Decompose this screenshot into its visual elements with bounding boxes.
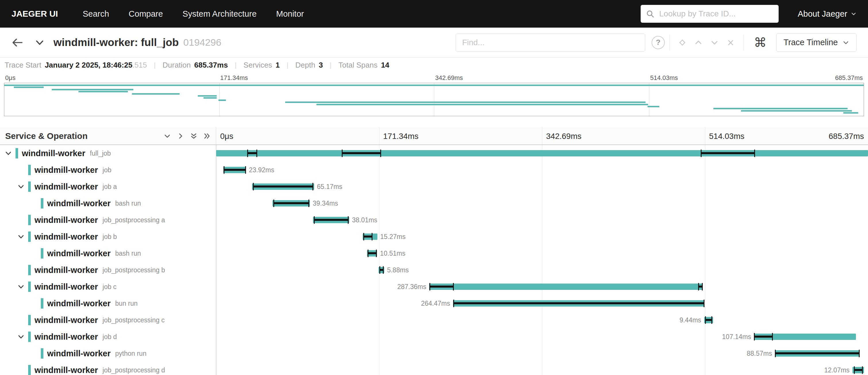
minimap-span-bar bbox=[79, 91, 128, 92]
critical-path-cap bbox=[702, 283, 703, 290]
span-bar[interactable] bbox=[453, 300, 705, 307]
prev-result-button[interactable] bbox=[690, 34, 707, 51]
nav-item-monitor[interactable]: Monitor bbox=[276, 9, 304, 19]
span-bar[interactable] bbox=[273, 200, 310, 206]
span-row[interactable]: windmill-workerjob_postprocessing c9.44m… bbox=[0, 312, 868, 328]
trace-view-selector[interactable]: Trace Timeline bbox=[776, 33, 857, 52]
chevron-down-icon bbox=[17, 183, 25, 191]
nav-item-compare[interactable]: Compare bbox=[129, 9, 163, 19]
summary-divider: | bbox=[330, 61, 331, 69]
span-row-timeline: 264.47ms bbox=[216, 295, 868, 312]
row-expander[interactable] bbox=[17, 283, 28, 290]
service-color-swatch bbox=[16, 148, 18, 158]
row-expander[interactable] bbox=[17, 183, 28, 191]
span-row[interactable]: windmill-workerjob c287.36ms bbox=[0, 278, 868, 295]
trace-lookup-input[interactable] bbox=[658, 9, 773, 19]
operation-name: bun run bbox=[115, 300, 138, 308]
back-button[interactable] bbox=[11, 36, 24, 49]
about-jaeger-menu[interactable]: About Jaeger bbox=[798, 9, 857, 19]
critical-path-cap bbox=[372, 233, 372, 240]
app-brand[interactable]: JAEGER UI bbox=[11, 9, 58, 19]
span-row[interactable]: windmill-workerjob b15.27ms bbox=[0, 228, 868, 245]
row-expander[interactable] bbox=[17, 233, 28, 240]
tick-label: 685.37ms bbox=[829, 132, 864, 141]
nav-item-search[interactable]: Search bbox=[83, 9, 109, 19]
service-operation-header: Service & Operation bbox=[0, 127, 216, 145]
span-row[interactable]: windmill-workerjob_postprocessing d12.07… bbox=[0, 362, 868, 375]
row-expander[interactable] bbox=[5, 149, 16, 157]
clear-search-button[interactable]: × bbox=[722, 34, 739, 51]
span-row[interactable]: windmill-workerjob23.92ms bbox=[0, 162, 868, 178]
span-bar[interactable] bbox=[223, 167, 246, 173]
span-row[interactable]: windmill-workerfull_job bbox=[0, 145, 868, 162]
find-input[interactable] bbox=[462, 38, 639, 48]
service-color-swatch bbox=[41, 248, 43, 259]
span-bar[interactable] bbox=[367, 250, 377, 257]
top-nav: JAEGER UI SearchCompareSystem Architectu… bbox=[0, 0, 868, 28]
collapse-trace-detail-button[interactable] bbox=[34, 37, 45, 48]
chevron-down-icon bbox=[163, 132, 171, 140]
summary-value: 3 bbox=[319, 61, 323, 69]
span-row[interactable]: windmill-workerbun run264.47ms bbox=[0, 295, 868, 312]
span-duration-label: 15.27ms bbox=[380, 228, 406, 245]
span-row[interactable]: windmill-workerjob_postprocessing a38.01… bbox=[0, 212, 868, 228]
span-duration-label: 65.17ms bbox=[317, 178, 342, 195]
critical-path-cap bbox=[754, 149, 755, 157]
summary-label: Duration bbox=[162, 61, 191, 69]
trace-lookup-box[interactable] bbox=[641, 5, 779, 23]
focus-span-button[interactable] bbox=[674, 34, 690, 51]
tick-label: 0μs bbox=[5, 74, 16, 82]
tick-label: 0μs bbox=[220, 132, 234, 141]
span-row-timeline: 38.01ms bbox=[216, 212, 868, 228]
summary-value: 14 bbox=[381, 61, 389, 69]
span-row[interactable]: windmill-workerbash run39.34ms bbox=[0, 195, 868, 212]
summary-value: 685.37ms bbox=[194, 61, 228, 69]
span-row-left: windmill-workerbash run bbox=[0, 195, 216, 212]
operation-name: job a bbox=[103, 183, 117, 191]
expand-all-button[interactable] bbox=[187, 129, 200, 143]
row-expander[interactable] bbox=[17, 333, 28, 341]
find-help-button[interactable]: ? bbox=[652, 36, 665, 49]
span-bar[interactable] bbox=[313, 217, 349, 223]
span-row[interactable]: windmill-workerbash run10.51ms bbox=[0, 245, 868, 262]
operation-name: python run bbox=[115, 350, 147, 357]
operation-name: job bbox=[103, 166, 112, 174]
span-bar[interactable] bbox=[429, 284, 703, 290]
span-row[interactable]: windmill-workerjob a65.17ms bbox=[0, 178, 868, 195]
critical-path-segment bbox=[854, 369, 862, 371]
trace-header-bar: windmill-worker: full_job 0194296 ? × ⌘ … bbox=[0, 28, 868, 58]
span-row[interactable]: windmill-workerjob d107.14ms bbox=[0, 328, 868, 345]
critical-path-cap bbox=[245, 166, 246, 174]
span-bar[interactable] bbox=[252, 183, 314, 190]
span-row-left: windmill-workerbun run bbox=[0, 295, 216, 312]
span-row[interactable]: windmill-workerpython run88.57ms bbox=[0, 345, 868, 362]
span-bar[interactable] bbox=[704, 317, 713, 323]
operation-name: job b bbox=[103, 233, 117, 241]
tick-label: 514.03ms bbox=[650, 74, 678, 82]
span-bar[interactable] bbox=[754, 334, 856, 340]
collapse-all-button[interactable] bbox=[200, 129, 214, 143]
span-bar[interactable] bbox=[216, 150, 868, 156]
minimap-span-bar bbox=[741, 110, 852, 112]
critical-path-cap bbox=[698, 283, 699, 290]
span-bar[interactable] bbox=[852, 367, 864, 373]
minimap-canvas[interactable] bbox=[4, 83, 864, 116]
critical-path-segment bbox=[224, 169, 245, 171]
trace-title: windmill-worker: full_job bbox=[54, 36, 179, 49]
span-bar[interactable] bbox=[363, 233, 377, 240]
divider bbox=[743, 34, 744, 51]
service-color-swatch bbox=[41, 298, 43, 309]
collapse-one-level-button[interactable] bbox=[174, 129, 187, 143]
keyboard-shortcuts-button[interactable]: ⌘ bbox=[754, 36, 767, 49]
span-row-timeline: 9.44ms bbox=[216, 312, 868, 328]
span-bar[interactable] bbox=[775, 350, 859, 356]
next-result-button[interactable] bbox=[707, 34, 722, 51]
span-row[interactable]: windmill-workerjob_postprocessing b5.88m… bbox=[0, 262, 868, 278]
minimap-span-bar bbox=[14, 87, 44, 88]
summary-value-fraction: .515 bbox=[132, 61, 147, 69]
find-box[interactable] bbox=[456, 34, 645, 52]
nav-item-system-architecture[interactable]: System Architecture bbox=[183, 9, 257, 19]
span-bar[interactable] bbox=[378, 267, 384, 273]
expand-one-level-button[interactable] bbox=[161, 129, 174, 143]
critical-path-cap bbox=[453, 283, 454, 290]
